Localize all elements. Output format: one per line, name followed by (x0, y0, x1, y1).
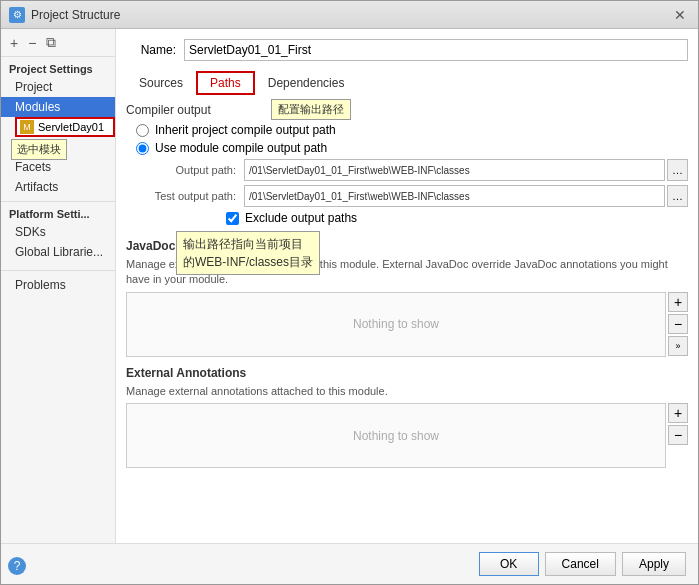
bottom-bar: ? OK Cancel Apply (1, 543, 698, 584)
test-output-browse-button[interactable]: … (667, 185, 688, 207)
external-annotations-add-button[interactable]: + (668, 403, 688, 423)
left-nav: Project Settings Project Modules M Servl… (1, 57, 115, 543)
output-path-browse-button[interactable]: … (667, 159, 688, 181)
inherit-label: Inherit project compile output path (155, 123, 336, 137)
sidebar-item-facets[interactable]: Facets (1, 157, 115, 177)
external-annotations-empty-label: Nothing to show (353, 429, 439, 443)
module-label: ServletDay01 (38, 121, 104, 133)
javadoc-more-button[interactable]: » (668, 336, 688, 356)
module-icon: M (20, 120, 34, 134)
cancel-button[interactable]: Cancel (545, 552, 616, 576)
javadoc-remove-button[interactable]: − (668, 314, 688, 334)
right-panel: Name: Sources Paths Dependencies 配置输出路径 … (116, 29, 698, 543)
javadoc-title: JavaDoc (126, 239, 688, 253)
javadoc-section: JavaDoc Manage external JavaDocs attache… (126, 239, 688, 358)
tab-dependencies[interactable]: Dependencies (255, 72, 358, 94)
path-rows: Output path: /01\ServletDay01_01_First\w… (126, 159, 688, 225)
output-path-row: Output path: /01\ServletDay01_01_First\w… (126, 159, 688, 181)
project-settings-header: Project Settings (1, 57, 115, 77)
title-bar: ⚙ Project Structure ✕ (1, 1, 698, 29)
project-structure-dialog: ⚙ Project Structure ✕ + − ⧉ Project Sett… (0, 0, 699, 585)
remove-button[interactable]: − (25, 34, 39, 52)
test-output-label: Test output path: (126, 190, 236, 202)
add-button[interactable]: + (7, 34, 21, 52)
main-content: + − ⧉ Project Settings Project Modules M… (1, 29, 698, 543)
inherit-radio[interactable] (136, 124, 149, 137)
sidebar-item-artifacts[interactable]: Artifacts (1, 177, 115, 197)
javadoc-empty-label: Nothing to show (353, 317, 439, 331)
left-toolbar: + − ⧉ (1, 29, 115, 57)
compiler-title: Compiler output (126, 103, 688, 117)
external-annotations-description: Manage external annotations attached to … (126, 384, 688, 399)
javadoc-add-button[interactable]: + (668, 292, 688, 312)
help-button[interactable]: ? (8, 557, 26, 575)
tab-paths[interactable]: Paths (196, 71, 255, 95)
javadoc-list: Nothing to show (126, 292, 666, 357)
external-annotations-title: External Annotations (126, 366, 688, 380)
sidebar-item-global-libraries[interactable]: Global Librarie... (1, 242, 115, 262)
use-module-radio-row: Use module compile output path (126, 141, 688, 155)
exclude-checkbox[interactable] (226, 212, 239, 225)
compiler-section: Compiler output Inherit project compile … (126, 103, 688, 231)
sidebar-item-sdks[interactable]: SDKs (1, 222, 115, 242)
name-row: Name: (126, 39, 688, 61)
copy-button[interactable]: ⧉ (43, 33, 59, 52)
ok-button[interactable]: OK (479, 552, 539, 576)
close-button[interactable]: ✕ (670, 7, 690, 23)
name-input[interactable] (184, 39, 688, 61)
external-annotations-list: Nothing to show (126, 403, 666, 468)
use-module-radio[interactable] (136, 142, 149, 155)
module-tree-item[interactable]: M ServletDay01 (15, 117, 115, 137)
tab-sources[interactable]: Sources (126, 72, 196, 94)
dialog-title: Project Structure (31, 8, 670, 22)
sidebar-item-modules[interactable]: Modules (1, 97, 115, 117)
exclude-row: Exclude output paths 输出路径指向当前项目 的WEB-INF… (126, 211, 688, 225)
output-path-input[interactable]: /01\ServletDay01_01_First\web\WEB-INF\cl… (244, 159, 665, 181)
test-output-path-row: Test output path: /01\ServletDay01_01_Fi… (126, 185, 688, 207)
sidebar-item-project[interactable]: Project (1, 77, 115, 97)
sidebar-item-problems[interactable]: Problems (1, 275, 115, 295)
dialog-icon: ⚙ (9, 7, 25, 23)
test-output-path-input[interactable]: /01\ServletDay01_01_First\web\WEB-INF\cl… (244, 185, 665, 207)
external-annotations-remove-button[interactable]: − (668, 425, 688, 445)
tabs-container: Sources Paths Dependencies 配置输出路径 (126, 71, 688, 95)
javadoc-description: Manage external JavaDocs attached to thi… (126, 257, 688, 288)
apply-button[interactable]: Apply (622, 552, 686, 576)
platform-settings-header: Platform Setti... (1, 201, 115, 222)
use-module-label: Use module compile output path (155, 141, 327, 155)
sidebar-item-libraries[interactable]: Libraries (1, 137, 115, 157)
name-label: Name: (126, 43, 176, 57)
external-annotations-section: External Annotations Manage external ann… (126, 366, 688, 468)
left-panel: + − ⧉ Project Settings Project Modules M… (1, 29, 116, 543)
exclude-label: Exclude output paths (245, 211, 357, 225)
inherit-radio-row: Inherit project compile output path (126, 123, 688, 137)
output-path-label: Output path: (126, 164, 236, 176)
